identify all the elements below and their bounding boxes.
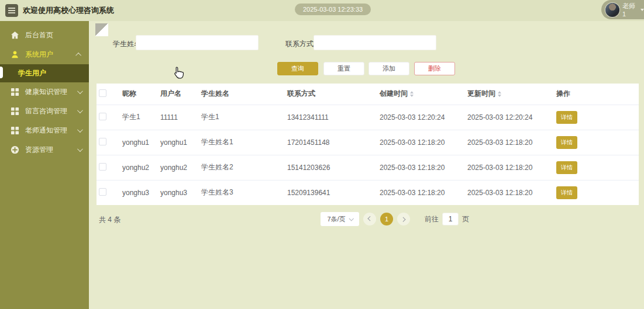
sidebar-item-home[interactable]: 后台首页 — [0, 26, 89, 45]
cell-created: 2025-03-03 12:18:20 — [377, 180, 465, 205]
row-checkbox[interactable] — [99, 163, 106, 171]
row-checkbox[interactable] — [99, 113, 106, 120]
grid-icon — [11, 126, 19, 135]
column-header-updated: 更新时间 — [465, 84, 554, 105]
user-menu[interactable]: 老师1 — [601, 0, 644, 19]
page-title: 欢迎使用高校心理咨询系统 — [23, 5, 114, 16]
cell-updated: 2025-03-03 12:20:24 — [465, 105, 554, 130]
column-header-created: 创建时间 — [377, 84, 465, 105]
delete-button[interactable]: 删除 — [414, 62, 455, 75]
detail-button[interactable]: 详情 — [556, 161, 577, 174]
cell-created: 2025-03-03 12:18:20 — [377, 130, 465, 155]
pagination-bar: 共 4 条 7条/页 1 前往 页 — [97, 212, 639, 226]
avatar[interactable] — [605, 3, 619, 17]
row-checkbox[interactable] — [99, 138, 106, 145]
sidebar-subitem-label: 学生用户 — [18, 68, 46, 78]
hamburger-menu-icon[interactable] — [5, 4, 18, 17]
sidebar-item-teacher-notice[interactable]: 老师通知管理 — [0, 121, 89, 140]
prev-page-button[interactable] — [363, 213, 376, 225]
sort-icon[interactable] — [498, 91, 501, 97]
active-indicator — [0, 67, 3, 78]
sort-icon[interactable] — [410, 91, 414, 97]
row-checkbox[interactable] — [99, 188, 106, 196]
table-row: 学生1 11111 学生1 13412341111 2025-03-03 12:… — [97, 105, 639, 130]
student-name-input[interactable] — [136, 35, 259, 50]
contact-label: 联系方式 — [285, 39, 314, 49]
detail-button[interactable]: 详情 — [556, 186, 577, 199]
sidebar-item-system-users[interactable]: 系统用户 — [0, 45, 89, 64]
cell-created: 2025-03-03 12:18:20 — [377, 155, 465, 180]
cell-nickname: yonghu1 — [120, 130, 158, 155]
select-all-checkbox[interactable] — [99, 89, 106, 97]
sidebar-item-label: 资源管理 — [25, 145, 53, 155]
sidebar-item-resource[interactable]: 资源管理 — [0, 140, 89, 159]
cell-updated: 2025-03-03 12:18:20 — [465, 155, 554, 180]
main-content: 学生姓名 联系方式 查询 重置 添加 删除 昵称 用户名 学生姓名 联系方 — [89, 21, 644, 309]
total-count: 共 4 条 — [99, 215, 120, 225]
sidebar-subitem-student-users[interactable]: 学生用户 — [0, 64, 89, 82]
page-size-select[interactable]: 7条/页 — [321, 212, 359, 226]
detail-button[interactable]: 详情 — [556, 136, 577, 149]
column-header-contact: 联系方式 — [285, 84, 377, 105]
cell-contact: 15141203626 — [285, 155, 377, 180]
chevron-down-icon — [77, 127, 83, 133]
sidebar-item-message-consult[interactable]: 留言咨询管理 — [0, 102, 89, 121]
sidebar-item-label: 健康知识管理 — [25, 87, 67, 97]
table-row: yonghu3 yonghu3 学生姓名3 15209139641 2025-0… — [97, 180, 639, 205]
sidebar-item-health-knowledge[interactable]: 健康知识管理 — [0, 82, 89, 102]
cell-updated: 2025-03-03 12:18:20 — [465, 130, 554, 155]
cell-student-name: 学生姓名1 — [199, 130, 285, 155]
detail-button[interactable]: 详情 — [556, 111, 577, 124]
plus-circle-icon — [11, 145, 19, 154]
goto-page-input[interactable] — [442, 213, 459, 225]
cell-nickname: yonghu3 — [120, 180, 158, 205]
chevron-down-icon — [77, 146, 83, 152]
user-icon — [11, 50, 19, 59]
chevron-down-icon — [640, 9, 644, 11]
cell-contact: 17201451148 — [285, 130, 377, 155]
sidebar-item-label: 后台首页 — [25, 30, 53, 40]
cell-username: yonghu3 — [158, 180, 199, 205]
column-header-action: 操作 — [554, 84, 639, 105]
table-row: yonghu1 yonghu1 学生姓名1 17201451148 2025-0… — [97, 130, 639, 155]
grid-icon — [11, 107, 19, 116]
column-header-student-name: 学生姓名 — [199, 84, 285, 105]
clock-badge: 2025-03-03 12:23:33 — [295, 4, 371, 15]
page-suffix-label: 页 — [462, 214, 469, 224]
cell-student-name: 学生姓名3 — [199, 180, 285, 205]
cell-username: yonghu2 — [158, 155, 199, 180]
query-button[interactable]: 查询 — [277, 62, 318, 75]
goto-label: 前往 — [425, 214, 439, 224]
app-window: 欢迎使用高校心理咨询系统 2025-03-03 12:23:33 老师1 后台首… — [0, 0, 644, 309]
sidebar-item-label: 留言咨询管理 — [25, 106, 67, 116]
cell-contact: 13412341111 — [285, 105, 377, 130]
user-name: 老师1 — [622, 2, 638, 18]
top-header: 欢迎使用高校心理咨询系统 2025-03-03 12:23:33 老师1 — [0, 0, 644, 21]
chevron-up-icon — [75, 53, 81, 58]
user-table: 昵称 用户名 学生姓名 联系方式 创建时间 更新时间 操作 学生1 11111 — [97, 84, 639, 205]
next-page-button[interactable] — [397, 213, 410, 225]
cell-username: yonghu1 — [158, 130, 199, 155]
add-button[interactable]: 添加 — [369, 62, 409, 75]
cell-username: 11111 — [158, 105, 199, 130]
table-header-row: 昵称 用户名 学生姓名 联系方式 创建时间 更新时间 操作 — [97, 84, 639, 105]
collapse-corner-icon[interactable] — [95, 23, 108, 36]
reset-button[interactable]: 重置 — [323, 62, 364, 75]
cell-contact: 15209139641 — [285, 180, 377, 205]
cell-student-name: 学生姓名2 — [199, 155, 285, 180]
table-row: yonghu2 yonghu2 学生姓名2 15141203626 2025-0… — [97, 155, 639, 180]
home-icon — [11, 31, 19, 40]
contact-input[interactable] — [314, 35, 436, 50]
cell-created: 2025-03-03 12:20:24 — [377, 105, 465, 130]
cell-nickname: yonghu2 — [120, 155, 158, 180]
grid-icon — [11, 88, 19, 96]
sidebar-item-label: 老师通知管理 — [25, 126, 67, 136]
chevron-right-icon — [401, 217, 405, 221]
page-size-value: 7条/页 — [327, 215, 345, 224]
page-number-button[interactable]: 1 — [380, 213, 393, 225]
cell-student-name: 学生1 — [199, 105, 285, 130]
chevron-down-icon — [77, 88, 83, 94]
chevron-left-icon — [367, 216, 372, 221]
sidebar: 后台首页 系统用户 学生用户 健康知识管理 留言咨询管理 老师通知管理 — [0, 21, 89, 309]
cell-updated: 2025-03-03 12:18:20 — [465, 180, 554, 205]
